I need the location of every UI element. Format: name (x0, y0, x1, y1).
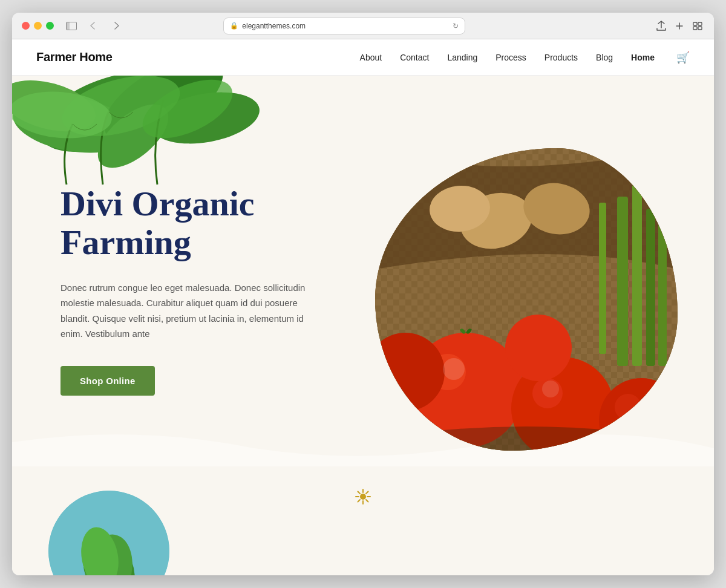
navigation: Farmer Home About Contact Landing Proces… (12, 39, 714, 76)
tab-overview-icon[interactable] (691, 19, 704, 33)
nav-products[interactable]: Products (544, 53, 578, 62)
back-button[interactable] (84, 19, 101, 33)
hero-description: Donec rutrum congue leo eget malesuada. … (60, 280, 321, 342)
svg-line-48 (366, 492, 368, 494)
svg-rect-20 (646, 209, 655, 366)
nav-contact[interactable]: Contact (400, 53, 429, 62)
svg-line-49 (358, 500, 361, 502)
leaves-decoration (12, 76, 296, 197)
hero-image-blob (375, 148, 678, 451)
svg-rect-0 (693, 22, 697, 25)
nav-blog[interactable]: Blog (596, 53, 613, 62)
browser-controls (66, 22, 77, 30)
website-content: Farmer Home About Contact Landing Proces… (12, 39, 714, 575)
refresh-icon[interactable]: ↻ (453, 22, 459, 30)
new-tab-icon[interactable] (673, 19, 686, 33)
browser-titlebar: 🔒 elegantthemes.com ↻ (12, 13, 714, 39)
browser-window: 🔒 elegantthemes.com ↻ (12, 13, 714, 575)
address-bar[interactable]: 🔒 elegantthemes.com ↻ (223, 18, 465, 34)
sidebar-toggle-icon[interactable] (66, 22, 77, 30)
svg-line-46 (358, 492, 361, 494)
svg-point-36 (542, 381, 559, 397)
svg-point-35 (443, 358, 465, 380)
url-text: elegantthemes.com (242, 22, 306, 30)
nav-about[interactable]: About (360, 53, 382, 62)
svg-line-47 (366, 500, 368, 502)
svg-rect-1 (698, 22, 702, 25)
nav-landing[interactable]: Landing (447, 53, 477, 62)
hero-text: Divi Organic Farming Donec rutrum congue… (60, 185, 321, 396)
nav-links: About Contact Landing Process Products B… (360, 51, 690, 64)
site-logo[interactable]: Farmer Home (36, 50, 113, 64)
hero-image (375, 148, 678, 451)
lock-icon: 🔒 (230, 22, 238, 30)
svg-rect-2 (693, 27, 697, 30)
svg-rect-22 (599, 203, 606, 354)
svg-rect-3 (698, 27, 702, 30)
sun-decoration (355, 488, 371, 509)
svg-rect-18 (617, 197, 628, 366)
circle-teal (48, 491, 169, 575)
minimize-button[interactable] (34, 22, 42, 30)
browser-actions (655, 19, 704, 33)
hero-section: Divi Organic Farming Donec rutrum congue… (12, 76, 714, 575)
svg-rect-19 (632, 185, 642, 366)
hero-title: Divi Organic Farming (60, 185, 321, 262)
nav-home[interactable]: Home (631, 53, 655, 62)
maximize-button[interactable] (46, 22, 54, 30)
svg-rect-21 (658, 191, 667, 366)
svg-point-30 (505, 315, 572, 381)
svg-point-29 (615, 394, 641, 420)
share-icon[interactable] (655, 19, 668, 33)
cart-icon[interactable]: 🛒 (676, 51, 690, 64)
traffic-lights (22, 22, 54, 30)
nav-process[interactable]: Process (495, 53, 526, 62)
close-button[interactable] (22, 22, 30, 30)
shop-online-button[interactable]: Shop Online (60, 366, 155, 396)
circle-inner (48, 491, 169, 575)
svg-point-41 (360, 494, 366, 500)
forward-button[interactable] (108, 19, 125, 33)
